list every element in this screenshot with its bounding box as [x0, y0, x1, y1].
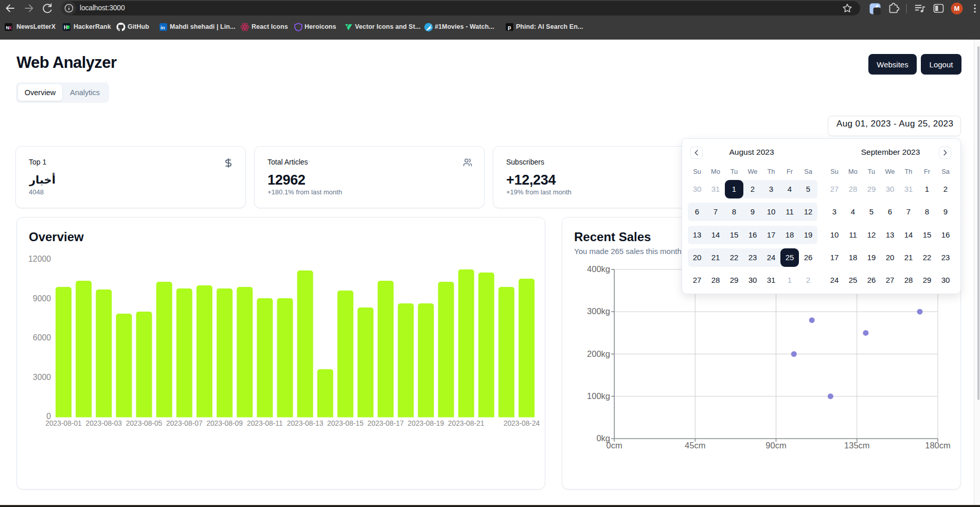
svg-text:0cm: 0cm	[607, 441, 622, 450]
svg-text:45cm: 45cm	[685, 441, 705, 450]
svg-text:90cm: 90cm	[765, 441, 786, 450]
svg-text:100kg: 100kg	[587, 391, 610, 401]
svg-text:135cm: 135cm	[844, 441, 870, 450]
svg-text:200kg: 200kg	[587, 349, 610, 358]
svg-text:180cm: 180cm	[925, 441, 951, 450]
svg-text:300kg: 300kg	[587, 306, 610, 316]
svg-text:400kg: 400kg	[587, 264, 610, 274]
